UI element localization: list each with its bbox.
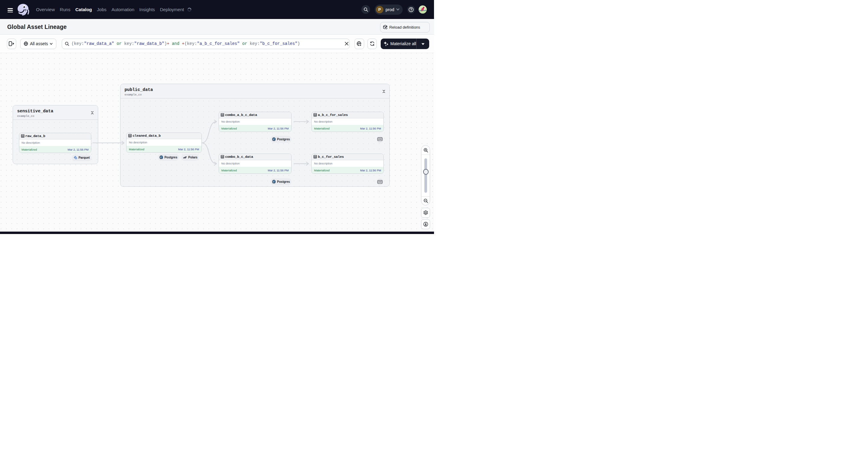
svg-text:CSV: CSV: [378, 138, 381, 141]
svg-text:CSV: CSV: [378, 181, 381, 183]
